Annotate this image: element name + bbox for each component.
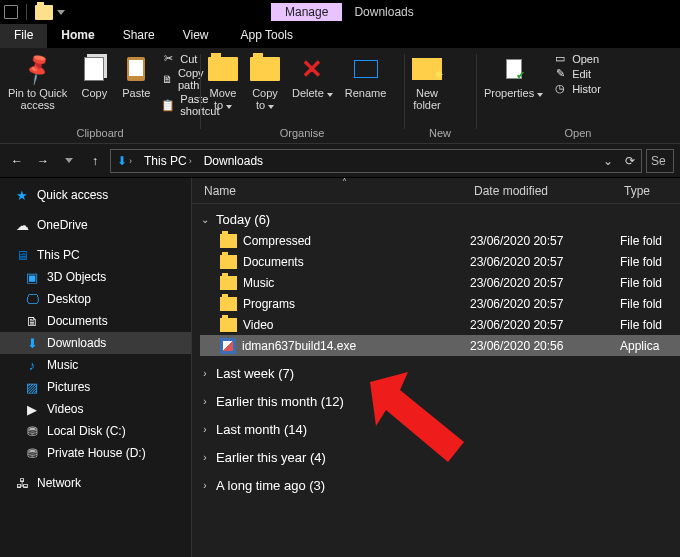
copy-to-button[interactable]: Copy to [248, 52, 282, 113]
file-row[interactable]: Compressed23/06/2020 20:57File fold [200, 230, 680, 251]
sidebar-3d-objects[interactable]: ▣3D Objects [0, 266, 191, 288]
group-header-last-week[interactable]: ›Last week (7) [200, 362, 680, 384]
cloud-icon: ☁ [14, 218, 30, 233]
file-row[interactable]: Music23/06/2020 20:57File fold [200, 272, 680, 293]
group-last-month: ›Last month (14) [192, 414, 680, 442]
chevron-down-icon [65, 158, 73, 163]
address-history-button[interactable]: ⌄ [597, 154, 619, 168]
download-icon: ⬇ [24, 336, 40, 351]
sidebar-videos[interactable]: ▶Videos [0, 398, 191, 420]
ribbon-tabs: File Home Share View App Tools [0, 24, 680, 48]
file-row[interactable]: idman637build14.exe23/06/2020 20:56Appli… [200, 335, 680, 356]
sidebar-documents[interactable]: 🗎Documents [0, 310, 191, 332]
sidebar-music[interactable]: ♪Music [0, 354, 191, 376]
folder-icon [220, 318, 237, 332]
address-root-icon[interactable]: ⬇› [111, 154, 138, 168]
breadcrumb-this-pc[interactable]: This PC› [138, 154, 198, 168]
group-header-earlier-this-year[interactable]: ›Earlier this year (4) [200, 446, 680, 468]
group-earlier-this-month: ›Earlier this month (12) [192, 386, 680, 414]
new-folder-icon [412, 58, 442, 80]
sidebar-desktop[interactable]: 🖵Desktop [0, 288, 191, 310]
copy-to-icon [250, 57, 280, 81]
tab-share[interactable]: Share [109, 24, 169, 48]
chevron-right-icon: › [200, 396, 210, 407]
copy-button[interactable]: Copy [77, 52, 111, 101]
sidebar-quick-access[interactable]: ★Quick access [0, 184, 191, 206]
sidebar-onedrive[interactable]: ☁OneDrive [0, 214, 191, 236]
move-to-icon [208, 57, 238, 81]
file-date: 23/06/2020 20:56 [470, 339, 620, 353]
open-mini-buttons: ▭Open ✎Edit ◷Histor [553, 52, 601, 95]
sidebar-private-house[interactable]: ⛃Private House (D:) [0, 442, 191, 464]
history-button[interactable]: ◷Histor [553, 82, 601, 95]
file-name: Music [243, 276, 274, 290]
sidebar-local-disk[interactable]: ⛃Local Disk (C:) [0, 420, 191, 442]
desktop-icon: 🖵 [24, 292, 40, 307]
music-icon: ♪ [24, 358, 40, 373]
column-date-modified[interactable]: Date modified [462, 184, 612, 198]
copy-path-icon: 🗎 [161, 73, 173, 85]
pictures-icon: ▨ [24, 380, 40, 395]
tab-view[interactable]: View [169, 24, 223, 48]
context-tab-manage[interactable]: Manage [271, 3, 342, 21]
file-type: File fold [620, 276, 680, 290]
file-row[interactable]: Documents23/06/2020 20:57File fold [200, 251, 680, 272]
sidebar-network[interactable]: 🖧Network [0, 472, 191, 494]
drive-icon: ⛃ [24, 424, 40, 439]
chevron-right-icon: › [200, 480, 210, 491]
nav-pane: ★Quick access ☁OneDrive 🖥This PC ▣3D Obj… [0, 178, 192, 557]
recent-locations-button[interactable] [58, 150, 80, 172]
pin-icon: 📌 [19, 51, 56, 88]
group-header-today[interactable]: ⌄ Today (6) [200, 208, 680, 230]
sidebar-pictures[interactable]: ▨Pictures [0, 376, 191, 398]
qat-folder-icon[interactable] [35, 5, 53, 20]
up-button[interactable]: ↑ [84, 150, 106, 172]
address-bar[interactable]: ⬇› This PC› Downloads ⌄ ⟳ [110, 149, 642, 173]
column-name[interactable]: Name [192, 184, 462, 198]
edit-icon: ✎ [553, 67, 567, 80]
tab-app-tools[interactable]: App Tools [227, 24, 307, 48]
chevron-down-icon: ⌄ [200, 214, 210, 225]
chevron-right-icon: › [200, 452, 210, 463]
file-type: File fold [620, 297, 680, 311]
refresh-button[interactable]: ⟳ [619, 154, 641, 168]
column-type[interactable]: Type [612, 184, 680, 198]
cube-icon: ▣ [24, 270, 40, 285]
file-list: ˄ Name Date modified Type ⌄ Today (6) Co… [192, 178, 680, 557]
tab-home[interactable]: Home [47, 24, 108, 48]
move-to-button[interactable]: Move to [206, 52, 240, 113]
file-type: Applica [620, 339, 680, 353]
file-row[interactable]: Programs23/06/2020 20:57File fold [200, 293, 680, 314]
edit-button[interactable]: ✎Edit [553, 67, 601, 80]
group-header-long-time-ago[interactable]: ›A long time ago (3) [200, 474, 680, 496]
search-input[interactable]: Se [646, 149, 674, 173]
sidebar-downloads[interactable]: ⬇Downloads [0, 332, 191, 354]
group-header-last-month[interactable]: ›Last month (14) [200, 418, 680, 440]
breadcrumb-downloads[interactable]: Downloads [198, 154, 269, 168]
new-folder-button[interactable]: New folder [410, 52, 444, 113]
pin-to-quick-access-button[interactable]: 📌 Pin to Quick access [6, 52, 69, 113]
rename-button[interactable]: Rename [343, 52, 389, 101]
file-name: Programs [243, 297, 295, 311]
paste-shortcut-icon: 📋 [161, 99, 175, 112]
paste-button[interactable]: Paste [119, 52, 153, 101]
file-row[interactable]: Video23/06/2020 20:57File fold [200, 314, 680, 335]
body: ★Quick access ☁OneDrive 🖥This PC ▣3D Obj… [0, 178, 680, 557]
tab-file[interactable]: File [0, 24, 47, 48]
folder-icon [220, 255, 237, 269]
open-button[interactable]: ▭Open [553, 52, 601, 65]
qat-properties-icon[interactable] [4, 5, 18, 19]
qat-dropdown-icon[interactable] [57, 10, 65, 15]
forward-button[interactable]: → [32, 150, 54, 172]
sidebar-this-pc[interactable]: 🖥This PC [0, 244, 191, 266]
column-headers[interactable]: ˄ Name Date modified Type [192, 178, 680, 204]
properties-button[interactable]: Properties [482, 52, 545, 101]
application-icon [220, 338, 236, 354]
group-header-earlier-this-month[interactable]: ›Earlier this month (12) [200, 390, 680, 412]
network-icon: 🖧 [14, 476, 30, 491]
delete-button[interactable]: ✕ Delete [290, 52, 335, 101]
scissors-icon: ✂ [161, 52, 175, 65]
back-button[interactable]: ← [6, 150, 28, 172]
qat-separator [26, 4, 27, 20]
group-title-clipboard: Clipboard [6, 127, 194, 141]
